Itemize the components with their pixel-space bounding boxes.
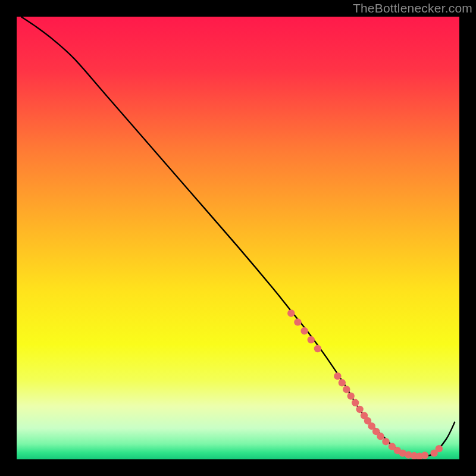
highlight-dot (377, 433, 384, 440)
highlight-dot (347, 392, 355, 399)
highlight-dot (308, 336, 315, 343)
highlight-dot (421, 452, 428, 459)
highlight-dot (382, 438, 389, 445)
highlight-dot (343, 386, 350, 393)
highlight-dot (314, 345, 321, 352)
highlight-dot (300, 327, 308, 334)
chart-svg (17, 17, 459, 459)
highlight-dot (436, 445, 443, 452)
gradient-background (17, 17, 459, 459)
attribution-text: TheBottlenecker.com (353, 1, 472, 15)
highlight-dot (339, 379, 346, 386)
highlight-dot (356, 406, 363, 413)
chart-stage: TheBottlenecker.com (0, 0, 476, 476)
highlight-dot (294, 318, 301, 325)
plot-area (17, 17, 459, 459)
highlight-dot (352, 399, 359, 406)
highlight-dot (334, 372, 341, 380)
highlight-dot (287, 309, 295, 317)
